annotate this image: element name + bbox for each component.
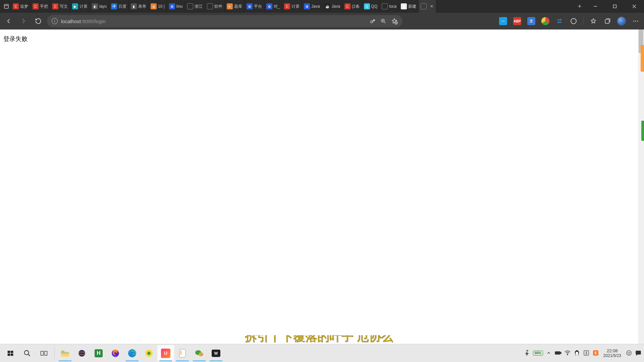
battery-percentage[interactable]: 98% xyxy=(533,351,543,356)
settings-more-icon[interactable] xyxy=(630,15,641,27)
start-button[interactable] xyxy=(2,345,19,361)
browser-tab[interactable]: ✿Java xyxy=(302,0,322,13)
tab-label: QQ xyxy=(371,4,378,9)
tab-favicon: ▶ xyxy=(72,3,78,9)
tab-favicon: ◐ xyxy=(92,3,98,9)
tray-wifi-icon[interactable] xyxy=(564,349,571,357)
page-viewport: 登录失败 拆引丨卞覆落的叶子 厄协么 xyxy=(0,29,638,344)
browser-tab[interactable]: loca xyxy=(380,0,399,13)
minimize-button[interactable] xyxy=(586,0,605,13)
tab-label: 计算 xyxy=(291,4,300,9)
tab-favicon: ✿ xyxy=(247,3,253,9)
back-button[interactable] xyxy=(3,15,15,27)
tray-power-icon[interactable] xyxy=(524,349,531,357)
tray-clock[interactable]: 22:08 2021/5/23 xyxy=(601,348,623,358)
login-failed-message: 登录失败 xyxy=(0,29,638,48)
svg-rect-17 xyxy=(41,351,44,355)
extension-swirl-icon[interactable]: 〰 xyxy=(497,15,509,27)
tab-favicon: 译 xyxy=(111,3,117,9)
taskbar-app-eclipse[interactable] xyxy=(73,345,90,361)
browser-tab[interactable]: ✿对_ xyxy=(264,0,282,13)
browser-tab[interactable]: C写文 xyxy=(50,0,70,13)
tab-label: 题库 xyxy=(234,4,242,9)
tab-actions-button[interactable] xyxy=(2,0,11,13)
browser-tab[interactable]: C计算 xyxy=(282,0,302,13)
tray-ime-icon[interactable] xyxy=(583,349,590,357)
tab-favicon: ☕ xyxy=(324,3,330,9)
taskbar-app-explorer[interactable] xyxy=(57,345,73,361)
taskbar-app-wps[interactable]: W xyxy=(208,345,224,361)
browser-tab[interactable]: ✕ xyxy=(419,0,436,13)
browser-tab[interactable]: 译百度 xyxy=(109,0,129,13)
svg-point-22 xyxy=(78,350,85,357)
password-key-icon[interactable] xyxy=(370,18,376,24)
tab-label: 对_ xyxy=(274,4,280,9)
browser-tab[interactable]: C(2条 xyxy=(342,0,362,13)
taskbar-app-intellij[interactable]: IJ xyxy=(157,345,174,361)
taskbar-app-notepad[interactable] xyxy=(174,345,191,361)
browser-tab[interactable]: C手把 xyxy=(31,0,50,13)
close-tab-icon[interactable]: ✕ xyxy=(429,4,434,9)
vertical-scrollbar[interactable] xyxy=(638,29,644,344)
browser-tab[interactable]: ✿linu xyxy=(167,0,185,13)
system-tray: 98% S 22:08 2021/5/23 xyxy=(524,348,642,358)
tray-sogou-icon[interactable]: S xyxy=(592,349,599,357)
browser-tab[interactable]: ◎10 | xyxy=(149,0,167,13)
side-marker-orange[interactable] xyxy=(641,45,644,72)
tab-label: 手把 xyxy=(40,4,48,9)
extension-translate-icon[interactable]: 文 xyxy=(526,15,537,27)
taskbar-app-hbuilder[interactable]: H xyxy=(90,345,107,361)
site-info-icon[interactable]: i xyxy=(52,18,58,24)
address-bar[interactable]: i localhost:9090/login xyxy=(47,15,402,27)
new-tab-button[interactable]: + xyxy=(574,0,586,13)
tab-favicon xyxy=(382,3,388,9)
add-favorite-icon[interactable] xyxy=(391,18,398,24)
browser-tab[interactable]: ☕Java xyxy=(322,0,342,13)
tray-battery-icon[interactable] xyxy=(554,349,562,357)
tray-face-icon[interactable] xyxy=(625,349,633,357)
browser-tab[interactable]: QQQ xyxy=(362,0,380,13)
forward-button[interactable] xyxy=(17,15,30,27)
tray-notifications-icon[interactable] xyxy=(635,349,642,357)
taskbar-app-firefox[interactable] xyxy=(107,345,124,361)
tab-label: loca xyxy=(389,4,396,9)
tray-time: 22:08 xyxy=(603,348,621,354)
collections-icon[interactable] xyxy=(602,15,613,27)
browser-tab[interactable]: 🗎新建 xyxy=(399,0,419,13)
svg-rect-29 xyxy=(180,351,181,355)
browser-tab[interactable]: ◐layu xyxy=(90,0,109,13)
extension-sync-icon[interactable] xyxy=(554,15,565,27)
svg-rect-19 xyxy=(61,352,69,357)
browser-tab[interactable]: ≡题库 xyxy=(225,0,245,13)
svg-rect-33 xyxy=(555,352,560,354)
refresh-button[interactable] xyxy=(32,15,44,27)
browser-tab[interactable]: C追梦 xyxy=(11,0,31,13)
taskbar-app-wechat[interactable] xyxy=(191,345,208,361)
tray-chevron-up-icon[interactable] xyxy=(545,349,552,357)
maximize-button[interactable] xyxy=(605,0,625,13)
toolbar-divider xyxy=(583,17,584,25)
extension-chrome-icon[interactable] xyxy=(540,15,551,27)
browser-tab[interactable]: 软件 xyxy=(205,0,225,13)
extension-circle-icon[interactable] xyxy=(568,15,579,27)
side-marker-green[interactable] xyxy=(641,121,644,141)
browser-tab[interactable]: ▶计算 xyxy=(70,0,90,13)
tab-favicon: ✿ xyxy=(169,3,175,9)
svg-point-27 xyxy=(147,352,151,355)
tab-label: layu xyxy=(99,4,107,9)
taskbar-app-music[interactable] xyxy=(141,345,157,361)
browser-tab[interactable]: ▮表单 xyxy=(129,0,149,13)
close-window-button[interactable] xyxy=(625,0,644,13)
taskbar-app-edge[interactable] xyxy=(124,345,141,361)
tab-label: Java xyxy=(311,4,320,9)
browser-tab[interactable]: 浙江 xyxy=(185,0,205,13)
tab-label: 计算 xyxy=(79,4,88,9)
extension-abp-icon[interactable]: ABP xyxy=(512,15,523,27)
browser-tab[interactable]: ✿平台 xyxy=(245,0,264,13)
profile-avatar[interactable] xyxy=(616,15,627,27)
search-button[interactable] xyxy=(19,345,36,361)
taskview-button[interactable] xyxy=(36,345,52,361)
zoom-icon[interactable] xyxy=(380,18,386,24)
favorites-icon[interactable] xyxy=(588,15,599,27)
tray-qq-icon[interactable] xyxy=(573,349,581,357)
